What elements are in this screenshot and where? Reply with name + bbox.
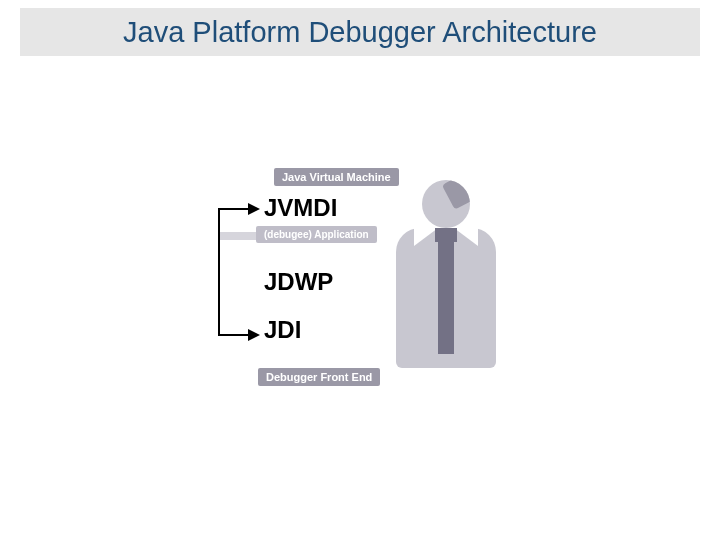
connector-vertical bbox=[218, 208, 220, 336]
api-label-jdi: JDI bbox=[264, 316, 301, 344]
app-bar bbox=[218, 232, 260, 240]
arrow-icon bbox=[248, 329, 260, 341]
api-label-jdwp: JDWP bbox=[264, 268, 333, 296]
api-label-jvmdi: JVMDI bbox=[264, 194, 337, 222]
figure-tie bbox=[438, 234, 454, 354]
jpda-diagram: Java Virtual Machine JVMDI (debugee) App… bbox=[196, 168, 526, 404]
label-jvm: Java Virtual Machine bbox=[274, 168, 399, 186]
figure-head-shade bbox=[442, 180, 470, 210]
page-title: Java Platform Debugger Architecture bbox=[123, 16, 597, 49]
person-figure-icon bbox=[386, 180, 506, 366]
connector-to-jdi bbox=[218, 334, 248, 336]
title-bar: Java Platform Debugger Architecture bbox=[20, 8, 700, 56]
label-debugger-frontend: Debugger Front End bbox=[258, 368, 380, 386]
figure-collar bbox=[454, 228, 478, 246]
connector-to-jvmdi bbox=[218, 208, 248, 210]
label-debugee-app: (debugee) Application bbox=[256, 226, 377, 243]
arrow-icon bbox=[248, 203, 260, 215]
figure-head bbox=[422, 180, 470, 228]
